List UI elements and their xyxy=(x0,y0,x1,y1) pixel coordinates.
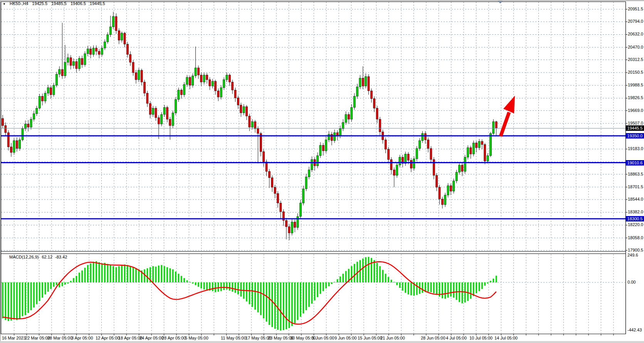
candle-body xyxy=(430,149,432,160)
candle-body xyxy=(39,96,40,108)
candle-body xyxy=(328,134,330,140)
candle-body xyxy=(217,91,219,97)
candle-body xyxy=(10,147,12,152)
candle-body xyxy=(405,154,407,164)
candle-body xyxy=(376,108,378,119)
candle-body xyxy=(70,57,72,65)
candle-body xyxy=(104,42,106,48)
candle-body xyxy=(178,90,180,100)
candle-body xyxy=(345,115,347,122)
candle-body xyxy=(305,177,307,189)
candle-body xyxy=(303,189,304,203)
candle-body xyxy=(379,119,381,132)
candle-body xyxy=(53,85,55,95)
candle-body xyxy=(36,108,38,113)
candle-body xyxy=(441,199,443,204)
candle-body xyxy=(427,140,429,149)
candle-body xyxy=(234,90,236,98)
candle-body xyxy=(197,68,199,75)
candle-body xyxy=(316,155,318,166)
candle-body xyxy=(163,107,165,114)
candle-body xyxy=(169,119,171,125)
candle-body xyxy=(319,145,321,156)
candle-body xyxy=(495,122,497,128)
candle-body xyxy=(109,27,111,34)
candle-body xyxy=(146,93,148,103)
candle-body xyxy=(186,77,188,84)
candle-body xyxy=(64,63,66,76)
candle-body xyxy=(24,124,26,128)
candle-body xyxy=(472,143,474,154)
candle-body xyxy=(481,141,483,144)
candle-body xyxy=(299,203,301,216)
candle-body xyxy=(461,165,463,171)
candle-body xyxy=(101,48,103,54)
candle-body xyxy=(189,77,191,85)
candle-body xyxy=(291,222,293,233)
candle-body xyxy=(76,61,77,68)
candle-body xyxy=(487,155,489,161)
candle-body xyxy=(447,186,449,195)
candle-body xyxy=(356,87,358,96)
candle-body xyxy=(152,108,154,114)
candle-body xyxy=(348,115,350,119)
candle-body xyxy=(419,140,420,148)
chart-canvas[interactable] xyxy=(0,0,644,343)
candle-body xyxy=(410,161,412,168)
candle-body xyxy=(436,175,438,187)
candle-body xyxy=(439,187,441,199)
candle-body xyxy=(67,57,69,62)
candle-body xyxy=(141,70,143,82)
candle-body xyxy=(16,140,18,148)
candle-body xyxy=(368,76,370,91)
candle-body xyxy=(226,75,228,79)
candle-body xyxy=(308,170,310,177)
candle-body xyxy=(243,106,245,113)
candle-body xyxy=(390,159,392,170)
candle-body xyxy=(124,33,126,44)
candle-body xyxy=(135,73,137,79)
candle-body xyxy=(87,49,89,54)
candle-body xyxy=(311,159,313,170)
candle-body xyxy=(422,133,424,140)
candle-body xyxy=(195,68,197,76)
candle-body xyxy=(334,133,336,140)
candle-body xyxy=(200,75,202,82)
candle-body xyxy=(322,145,324,151)
candle-body xyxy=(73,61,75,65)
candle-body xyxy=(433,159,435,175)
candle-body xyxy=(294,222,296,227)
candle-body xyxy=(288,227,290,233)
candle-body xyxy=(172,113,174,126)
candle-body xyxy=(489,133,491,155)
candle-body xyxy=(271,178,273,188)
candle-body xyxy=(166,107,168,119)
candle-body xyxy=(132,63,134,73)
candle-body xyxy=(353,96,355,108)
candle-body xyxy=(121,33,123,40)
window-bottom-edge xyxy=(0,341,644,343)
candle-body xyxy=(22,129,24,140)
trading-chart-window: ▼ HK50-,H4 19425.5 19485.5 19406.5 19445… xyxy=(0,0,644,343)
candle-body xyxy=(339,129,341,136)
candle-body xyxy=(396,165,398,176)
candle-body xyxy=(7,133,9,147)
window-left-edge xyxy=(0,0,1,343)
candle-body xyxy=(458,165,460,172)
candle-body xyxy=(416,149,418,159)
window-top-edge xyxy=(0,0,644,1)
chart-background xyxy=(0,0,644,343)
candle-body xyxy=(470,148,472,154)
candle-body xyxy=(467,148,469,157)
candle-body xyxy=(456,172,457,181)
candle-body xyxy=(115,17,117,31)
candle-body xyxy=(81,58,83,64)
candle-body xyxy=(203,75,205,82)
candle-body xyxy=(297,216,299,228)
candle-body xyxy=(351,107,353,119)
candle-body xyxy=(149,103,151,115)
candle-body xyxy=(206,75,208,79)
candle-body xyxy=(251,122,253,127)
candle-body xyxy=(95,48,97,51)
candle-body xyxy=(44,93,46,101)
